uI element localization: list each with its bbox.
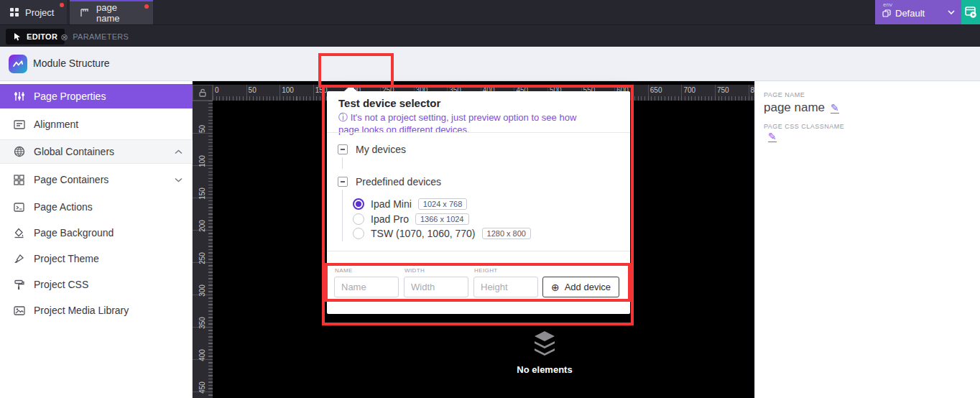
add-device-button[interactable]: ⊕ Add device <box>542 277 619 297</box>
width-field-label: WIDTH <box>405 267 425 274</box>
parameters-button[interactable]: ⊗ PARAMETERS <box>60 29 129 45</box>
app-title: Module Structure <box>33 57 110 69</box>
v-ruler-label: 300 <box>198 283 206 299</box>
actions-icon <box>13 201 25 213</box>
device-name: Ipad Pro <box>371 213 409 225</box>
device-option-ipad-mini[interactable]: Ipad Mini 1024 x 768 <box>353 198 467 210</box>
tab-page-name[interactable]: page name <box>70 0 153 24</box>
globe-icon <box>13 146 25 158</box>
edit-page-name-icon[interactable]: ✎ <box>831 103 839 114</box>
height-field-label: HEIGHT <box>474 267 498 274</box>
ruler-ticks <box>208 101 213 398</box>
collapse-icon[interactable] <box>338 177 348 187</box>
divider <box>327 251 630 251</box>
group-predefined-devices[interactable]: Predefined devices <box>338 176 441 188</box>
image-icon <box>13 305 25 317</box>
device-width-input[interactable] <box>404 277 468 297</box>
device-option-ipad-pro[interactable]: Ipad Pro 1366 x 1024 <box>353 213 469 225</box>
add-icon: ⊕ <box>551 282 560 293</box>
empty-state-label: No elements <box>494 364 595 375</box>
sidebar-item-project-css[interactable]: Project CSS <box>0 272 193 297</box>
radio-selected[interactable] <box>353 198 364 210</box>
h-ruler-label: 100 <box>282 86 294 94</box>
sidebar-item-label: Project CSS <box>34 279 88 290</box>
ruler-lock-button[interactable] <box>193 85 213 101</box>
add-device-label: Add device <box>565 282 611 292</box>
app-window: Project page name env Default <box>0 0 980 398</box>
sidebar-item-label: Project Media Library <box>34 305 129 316</box>
top-tab-bar: Project page name env Default <box>0 0 980 24</box>
mode-bar: EDITOR ⊗ PARAMETERS <box>0 24 980 47</box>
v-ruler-label: 400 <box>198 348 206 364</box>
h-ruler-label: 0 <box>215 86 219 94</box>
device-size-badge: 1024 x 768 <box>418 198 467 210</box>
sidebar-item-page-properties[interactable]: Page Properties <box>0 84 193 108</box>
env-value: Default <box>895 8 925 19</box>
paint-bucket-icon <box>13 227 25 239</box>
sidebar-item-page-actions[interactable]: Page Actions <box>0 195 193 219</box>
tab-project[interactable]: Project <box>0 0 67 24</box>
sidebar-item-label: Page Background <box>34 227 114 239</box>
h-ruler-label: 150 <box>315 86 328 94</box>
brush-icon <box>13 253 25 265</box>
sidebar-item-project-media-library[interactable]: Project Media Library <box>0 298 193 323</box>
v-ruler-label: 50 <box>198 121 206 137</box>
test-device-selector-popup: Test device selector ⓘ It's not a projec… <box>327 91 630 314</box>
group-label: Predefined devices <box>356 176 441 188</box>
radio-unselected[interactable] <box>353 228 364 239</box>
sidebar-item-alignment[interactable]: Alignment <box>0 112 193 136</box>
group-label: My devices <box>356 144 406 155</box>
sidebar-item-label: Alignment <box>34 119 78 130</box>
environment-selector[interactable]: env Default <box>875 0 961 24</box>
layers-icon <box>529 331 560 357</box>
h-ruler-label: 50 <box>249 86 256 94</box>
canvas-empty-state: No elements <box>494 331 595 375</box>
sidebar-item-global-containers[interactable]: Global Containers <box>0 139 193 164</box>
sidebar-item-page-background[interactable]: Page Background <box>0 221 193 245</box>
page-css-label: PAGE CSS CLASSNAME <box>764 123 844 130</box>
tree-line <box>342 157 343 169</box>
sidebar-item-label: Project Theme <box>34 253 99 264</box>
device-option-tsw[interactable]: TSW (1070, 1060, 770) 1280 x 800 <box>353 228 531 239</box>
editor-mode-label: EDITOR <box>27 32 57 41</box>
sidebar-item-label: Page Actions <box>34 201 93 213</box>
h-ruler-label: 650 <box>650 86 662 94</box>
left-sidebar: Page Properties Alignment Global Contain… <box>0 81 193 398</box>
sidebar-item-label: Page Containers <box>34 174 108 185</box>
alignment-icon <box>13 119 25 131</box>
popup-caret <box>344 85 357 91</box>
chevron-up-icon <box>175 149 182 154</box>
edit-page-css-icon[interactable]: ✎ <box>768 131 777 142</box>
sidebar-item-label: Global Containers <box>34 146 114 157</box>
v-ruler-label: 200 <box>198 218 206 234</box>
group-my-devices[interactable]: My devices <box>338 144 406 155</box>
tab-project-label: Project <box>25 7 54 18</box>
radio-unselected[interactable] <box>353 213 364 225</box>
device-size-badge: 1366 x 1024 <box>415 213 469 225</box>
page-name-label: PAGE NAME <box>764 91 805 98</box>
tab-page-label: page name <box>96 2 143 24</box>
sidebar-item-page-containers[interactable]: Page Containers <box>0 167 193 192</box>
sidebar-item-project-theme[interactable]: Project Theme <box>0 246 193 271</box>
v-ruler-label: 350 <box>198 315 206 331</box>
device-size-badge: 1280 x 800 <box>482 228 531 239</box>
run-app-button[interactable] <box>961 0 980 24</box>
device-height-input[interactable] <box>473 277 538 297</box>
parameters-label: PARAMETERS <box>73 32 129 41</box>
containers-grid-icon <box>13 174 25 186</box>
device-name: Ipad Mini <box>371 198 412 210</box>
page-name-value-row: page name ✎ <box>764 101 839 115</box>
right-properties-panel: PAGE NAME page name ✎ PAGE CSS CLASSNAME… <box>754 81 980 398</box>
collapse-icon[interactable] <box>338 144 348 154</box>
main-toolbar: Module Structure View Ipad Mini 100% ✎ E… <box>0 47 980 81</box>
vertical-ruler[interactable]: 50100150200250300350400450 <box>193 101 213 398</box>
chevron-down-icon <box>948 10 955 15</box>
editor-mode-button[interactable]: EDITOR <box>6 29 65 45</box>
v-ruler-label: 450 <box>198 380 206 396</box>
unsaved-dot <box>60 3 64 7</box>
page-name-value: page name <box>764 101 825 115</box>
parameters-icon: ⊗ <box>60 32 68 42</box>
unsaved-dot <box>144 4 149 9</box>
device-name: TSW (1070, 1060, 770) <box>371 228 476 239</box>
device-name-input[interactable] <box>334 277 399 297</box>
